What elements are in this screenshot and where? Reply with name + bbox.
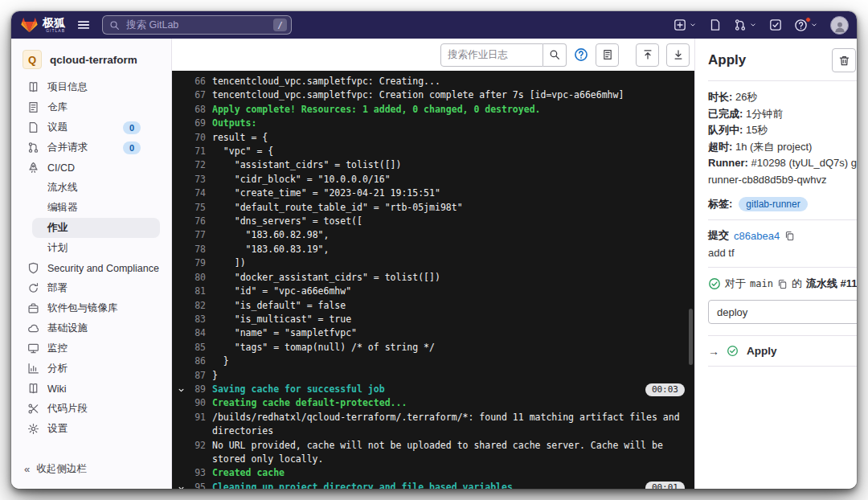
- job-title: Apply: [708, 52, 746, 68]
- sidebar-item-project-info[interactable]: 项目信息: [11, 77, 171, 97]
- user-avatar[interactable]: [830, 16, 849, 35]
- chevron-down-icon: [810, 21, 818, 29]
- sidebar-item-monitor[interactable]: 监控: [11, 338, 171, 359]
- stage-select[interactable]: deploy: [708, 300, 857, 324]
- log-search-button[interactable]: [543, 43, 567, 67]
- log-line-number[interactable]: 80: [188, 271, 206, 285]
- browser-window: 极狐 GITLAB /: [11, 11, 857, 489]
- wiki-book-icon: [27, 383, 40, 395]
- detail-value: 15秒: [746, 124, 768, 136]
- help-menu-button[interactable]: [794, 18, 818, 32]
- log-line-text: }: [212, 355, 694, 368]
- related-job-row[interactable]: → Apply: [708, 335, 857, 367]
- log-line-number[interactable]: 86: [188, 355, 206, 368]
- runner-tag-badge[interactable]: gitlab-runner: [739, 197, 807, 211]
- search-icon: [109, 20, 120, 31]
- collapse-sidebar-label: 收起侧边栏: [36, 462, 87, 476]
- erase-log-button[interactable]: [832, 48, 856, 72]
- log-line-number[interactable]: 76: [188, 215, 206, 228]
- log-line-number[interactable]: 72: [188, 158, 206, 172]
- issues-icon: [709, 18, 722, 31]
- menu-icon[interactable]: [75, 16, 92, 34]
- sidebar-item-snippets[interactable]: 代码片段: [11, 399, 171, 419]
- show-raw-log-button[interactable]: [596, 43, 619, 67]
- scroll-to-bottom-button[interactable]: [666, 43, 690, 67]
- detail-label: 超时:: [708, 141, 732, 153]
- sidebar-item-settings[interactable]: 设置: [11, 419, 171, 439]
- log-line-number[interactable]: 87: [188, 369, 206, 383]
- sidebar-subitem-schedules[interactable]: 计划: [11, 238, 171, 258]
- log-line-number[interactable]: 93: [188, 466, 206, 480]
- sidebar-item-packages[interactable]: 软件包与镜像库: [11, 298, 171, 318]
- sidebar-item-analytics[interactable]: 分析: [11, 359, 171, 379]
- pipeline-link[interactable]: 流水线 #112957: [806, 277, 857, 291]
- sidebar-item-label: 议题: [47, 121, 68, 134]
- log-search-help-icon[interactable]: [574, 47, 588, 62]
- sidebar-item-label: 分析: [47, 362, 68, 375]
- log-line-number[interactable]: 95: [188, 481, 206, 489]
- gitlab-logo[interactable]: 极狐 GITLAB: [21, 17, 65, 33]
- sidebar-item-deployments[interactable]: 部署: [11, 278, 171, 298]
- log-line-number[interactable]: 69: [188, 117, 206, 130]
- pipeline-status-check-icon[interactable]: [708, 277, 721, 290]
- subitem-label: 流水线: [47, 181, 78, 195]
- global-search[interactable]: /: [102, 15, 292, 35]
- log-line-number[interactable]: 71: [188, 145, 206, 158]
- log-line-number[interactable]: 90: [188, 396, 206, 410]
- log-line: 70 result = {: [177, 131, 694, 145]
- log-line-number[interactable]: 91: [188, 411, 206, 424]
- log-search-group: [440, 43, 567, 67]
- sidebar-item-security[interactable]: Security and Compliance: [11, 258, 171, 278]
- todos-button[interactable]: [769, 18, 782, 31]
- log-line-number[interactable]: 66: [188, 75, 206, 88]
- collapse-sidebar-button[interactable]: « 收起侧边栏: [11, 453, 171, 489]
- sidebar-subitem-jobs[interactable]: 作业: [32, 218, 160, 238]
- log-line-number[interactable]: 74: [188, 186, 206, 200]
- log-search-input[interactable]: [440, 43, 543, 67]
- section-chevron-down-icon[interactable]: [177, 383, 188, 395]
- log-line-number[interactable]: 67: [188, 88, 206, 102]
- log-line-number[interactable]: 85: [188, 341, 206, 355]
- sidebar-item-issues[interactable]: 议题 0: [11, 117, 171, 137]
- log-line-number[interactable]: 79: [188, 256, 206, 270]
- sidebar-item-infrastructure[interactable]: 基础设施: [11, 318, 171, 338]
- sidebar-item-repository[interactable]: 仓库: [11, 97, 171, 117]
- sidebar-item-cicd[interactable]: CI/CD: [11, 158, 171, 178]
- log-line-text: ]): [212, 256, 694, 270]
- new-menu-button[interactable]: [674, 18, 697, 31]
- project-header[interactable]: Q qcloud-terraform: [11, 45, 171, 77]
- commit-sha-link[interactable]: c86abea4: [734, 230, 780, 242]
- scissors-icon: [27, 403, 40, 415]
- log-line-number[interactable]: 82: [188, 299, 206, 313]
- log-line-number[interactable]: 78: [188, 243, 206, 256]
- log-line-number[interactable]: 83: [188, 313, 206, 326]
- copy-commit-icon[interactable]: [784, 231, 795, 241]
- sidebar-item-merge-requests[interactable]: 合并请求 0: [11, 137, 171, 158]
- log-line-number[interactable]: 68: [188, 103, 206, 117]
- log-line-number[interactable]: 92: [188, 439, 206, 453]
- pipeline-ref[interactable]: main: [750, 278, 773, 289]
- issues-button[interactable]: [709, 18, 722, 31]
- sidebar-subitem-pipelines[interactable]: 流水线: [11, 178, 171, 198]
- copy-ref-icon[interactable]: [777, 279, 788, 289]
- log-line: 84 "name" = "sampletfvpc": [177, 326, 694, 340]
- log-line-number[interactable]: 73: [188, 173, 206, 186]
- log-line-number[interactable]: 70: [188, 131, 206, 145]
- section-chevron-down-icon[interactable]: [177, 481, 188, 489]
- log-line-number[interactable]: 81: [188, 285, 206, 298]
- sidebar-item-wiki[interactable]: Wiki: [11, 379, 171, 399]
- sidebar-subitem-editor[interactable]: 编辑器: [11, 198, 171, 218]
- scroll-to-top-button[interactable]: [636, 43, 659, 67]
- log-line: 92 No URL provided, cache will not be up…: [177, 439, 694, 467]
- merge-requests-button[interactable]: [734, 18, 757, 31]
- job-detail-row: Runner: #10298 (tyUL_dQ7s) gitlab-runner…: [708, 155, 857, 188]
- log-line-number[interactable]: 77: [188, 228, 206, 242]
- log-line-number[interactable]: 84: [188, 326, 206, 340]
- log-line-number[interactable]: 89: [188, 383, 206, 396]
- log-line-text: "default_route_table_id" = "rtb-05jmi98t…: [212, 201, 694, 215]
- global-search-input[interactable]: [125, 18, 268, 31]
- detail-value: 1h (来自 project): [735, 141, 812, 153]
- job-detail-row: 时长: 26秒: [708, 89, 857, 106]
- log-line-number[interactable]: 75: [188, 201, 206, 215]
- log-scrollbar-thumb[interactable]: [689, 309, 693, 365]
